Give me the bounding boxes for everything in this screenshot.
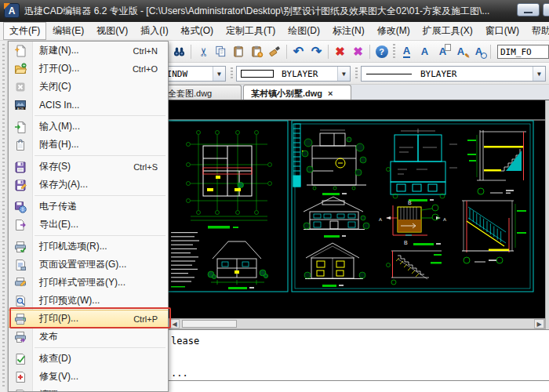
menu-draw[interactable]: 绘图(D)	[282, 22, 326, 40]
menu-item-etransmit[interactable]: 电子传递	[9, 198, 168, 216]
purge-doc-icon	[9, 389, 32, 392]
color-value: BYLAYER	[278, 69, 318, 79]
section-label-b-top: B	[408, 200, 412, 205]
open-folder-icon	[9, 63, 32, 75]
text-style-icon[interactable]: A	[452, 43, 470, 60]
menu-item-label: 发布	[32, 330, 58, 343]
menu-custom-tools[interactable]: 定制工具(T)	[220, 22, 282, 40]
format-painter-icon[interactable]	[266, 43, 284, 60]
cut-icon[interactable]: ✂	[195, 42, 212, 60]
menu-help[interactable]: 帮助(H)	[525, 22, 549, 40]
paste-special-icon[interactable]	[248, 43, 266, 60]
recover-icon	[9, 371, 32, 383]
text-underline-icon[interactable]: A	[398, 43, 416, 60]
chevron-down-icon[interactable]: ▼	[213, 67, 225, 81]
scrollbar-thumb[interactable]	[182, 320, 237, 328]
chevron-down-icon[interactable]: ▼	[337, 67, 350, 81]
menu-item-audit[interactable]: 核查(D)	[9, 350, 168, 368]
menu-item-close[interactable]: 关闭(C)	[9, 78, 168, 96]
menu-insert[interactable]: 插入(I)	[134, 22, 174, 40]
menu-dimension[interactable]: 标注(N)	[326, 22, 371, 40]
tab-document-2[interactable]: 某村镇小别墅.dwg×	[243, 85, 351, 100]
close-icon[interactable]: ×	[328, 89, 333, 98]
dim-style-field[interactable]: DIM_FO	[497, 45, 549, 59]
letter-a: A	[403, 45, 410, 58]
file-menu-dropdown: 新建(N)... Ctrl+N 打开(O)... Ctrl+O 关闭(C) AC…	[8, 41, 169, 392]
menu-express-tools[interactable]: 扩展工具(X)	[416, 22, 479, 40]
docked-toolbar-edge	[0, 41, 8, 392]
menu-item-purge[interactable]: 清理	[9, 386, 168, 392]
help-icon[interactable]: ?	[373, 43, 391, 60]
menu-bar: 文件(F) 编辑(E) 视图(V) 插入(I) 格式(O) 定制工具(T) 绘图…	[0, 22, 549, 41]
menu-item-print-preview[interactable]: 打印预览(W)...	[9, 292, 168, 310]
text-icon[interactable]: A	[416, 43, 434, 60]
menu-item-page-setup[interactable]: 页面设置管理器(G)...	[9, 256, 168, 274]
purge-icon[interactable]: ✖	[349, 43, 367, 60]
audit-icon	[9, 353, 32, 365]
menu-format[interactable]: 格式(O)	[175, 22, 220, 40]
toolbar-group-separator	[393, 44, 395, 60]
menu-item-label: 新建(N)...	[32, 44, 79, 57]
menu-item-label: 保存(S)	[32, 160, 71, 173]
letter-a: A	[439, 45, 446, 57]
menu-item-plot-style-manager[interactable]: 打印样式管理器(Y)...	[9, 274, 168, 292]
minimize-button[interactable]	[517, 3, 540, 16]
menu-item-attach[interactable]: 附着(H)...	[9, 136, 168, 154]
undo-icon[interactable]: ↶	[289, 43, 307, 60]
horizontal-scrollbar[interactable]: ◀ ▶	[169, 318, 545, 329]
redo-icon[interactable]: ↷	[307, 43, 325, 60]
linetype-swatch	[366, 74, 412, 74]
linetype-combo[interactable]: BYLAYER ▼	[361, 66, 546, 82]
copy-icon[interactable]	[212, 43, 230, 60]
menu-item-publish[interactable]: 发布	[9, 328, 168, 346]
axis-label-a-left: A	[379, 217, 382, 222]
svg-text:ACIS: ACIS	[17, 107, 24, 110]
menu-item-open[interactable]: 打开(O)... Ctrl+O	[9, 60, 168, 78]
menu-file[interactable]: 文件(F)	[3, 22, 46, 40]
chevron-down-icon[interactable]: ▼	[533, 67, 545, 81]
menu-item-printer-options[interactable]: 打印机选项(R)...	[9, 238, 168, 256]
menu-item-save[interactable]: 保存(S) Ctrl+S	[9, 158, 168, 176]
menu-window[interactable]: 窗口(W)	[479, 22, 525, 40]
close-doc-icon	[9, 81, 32, 93]
letter-a: A	[457, 45, 464, 57]
menu-item-import[interactable]: 输入(M)...	[9, 118, 168, 136]
menu-item-label: 附着(H)...	[32, 138, 79, 151]
scroll-left-icon[interactable]: ◀	[169, 319, 180, 328]
menu-item-export[interactable]: 导出(E)...	[9, 216, 168, 234]
toolbar-grab-handle[interactable]	[231, 67, 233, 80]
menu-item-print[interactable]: 打印(P)... Ctrl+P	[9, 310, 168, 328]
menu-view[interactable]: 视图(V)	[90, 22, 134, 40]
etransmit-icon	[9, 201, 32, 213]
vertical-scrollbar[interactable]	[545, 100, 549, 329]
menu-item-label: 打开(O)...	[32, 62, 79, 75]
text-find-icon[interactable]: A	[470, 43, 488, 60]
toolbar-grab-handle[interactable]	[355, 67, 358, 80]
menu-item-label: 打印样式管理器(Y)...	[32, 276, 125, 289]
section-label-b-bottom: B	[404, 240, 408, 245]
find-icon[interactable]	[170, 43, 188, 60]
scroll-right-icon[interactable]: ▶	[534, 319, 544, 328]
drawing-viewport[interactable]: B B A A	[169, 100, 545, 318]
maximize-button[interactable]	[543, 3, 549, 16]
command-history-line: lease	[171, 336, 199, 347]
menu-item-label: 打印机选项(R)...	[32, 240, 107, 253]
menu-edit[interactable]: 编辑(E)	[46, 22, 90, 40]
menu-modify[interactable]: 修改(M)	[371, 22, 416, 40]
linetype-value: BYLAYER	[416, 69, 456, 79]
menu-item-recover[interactable]: 修复(V)...	[9, 368, 168, 386]
paste-icon[interactable]	[230, 43, 248, 60]
color-combo[interactable]: BYLAYER ▼	[236, 66, 351, 82]
delete-icon[interactable]: ✖	[331, 43, 349, 60]
menu-item-save-as[interactable]: 保存为(A)...	[9, 176, 168, 194]
toolbar-separator	[490, 45, 491, 59]
tab-label: 某村镇小别墅.dwg	[251, 89, 322, 98]
menu-item-label: 清理	[32, 388, 58, 392]
menu-item-new[interactable]: 新建(N)... Ctrl+N	[9, 42, 168, 60]
menu-item-acis-in[interactable]: ACIS ACIS In...	[9, 96, 168, 114]
text-edit-icon[interactable]: A	[434, 43, 452, 60]
menu-item-label: 导出(E)...	[32, 218, 78, 231]
menu-item-label: 页面设置管理器(G)...	[32, 258, 126, 271]
title-bar: A 迅捷CAD编辑器 6.2 专业版 - [C:\Users\Administr…	[0, 0, 549, 22]
menu-item-label: ACIS In...	[32, 100, 79, 111]
